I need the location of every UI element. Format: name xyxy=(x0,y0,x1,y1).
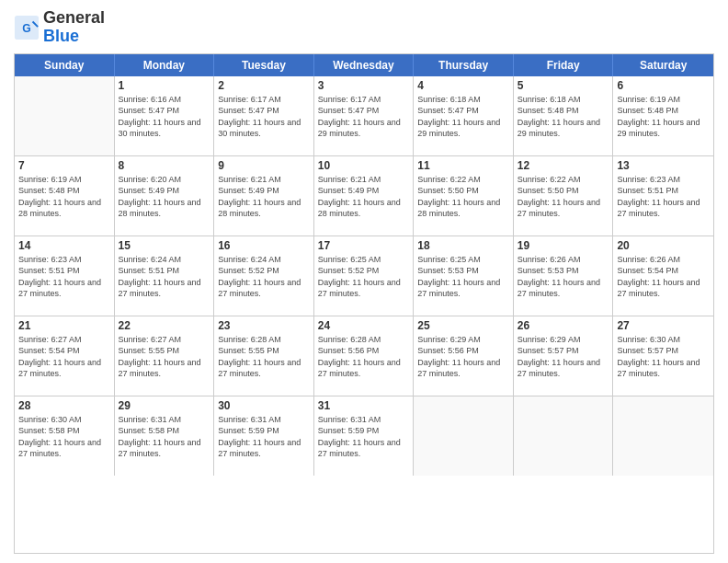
cell-date: 14 xyxy=(18,239,110,252)
calendar-cell: 26Sunrise: 6:29 AMSunset: 5:57 PMDayligh… xyxy=(514,316,614,396)
sunset-label: Sunset: 5:49 PM xyxy=(119,186,180,195)
sunrise-label: Sunrise: 6:23 AM xyxy=(617,175,680,184)
cell-date: 31 xyxy=(318,399,410,412)
calendar-cell: 30Sunrise: 6:31 AMSunset: 5:59 PMDayligh… xyxy=(214,396,314,476)
calendar-cell xyxy=(414,396,514,476)
calendar-cell: 28Sunrise: 6:30 AMSunset: 5:58 PMDayligh… xyxy=(15,396,115,476)
calendar-cell xyxy=(613,396,713,476)
sunset-label: Sunset: 5:51 PM xyxy=(18,266,80,275)
sunset-label: Sunset: 5:54 PM xyxy=(18,346,80,355)
cell-info: Sunrise: 6:18 AMSunset: 5:48 PMDaylight:… xyxy=(518,94,609,140)
cell-info: Sunrise: 6:29 AMSunset: 5:57 PMDaylight:… xyxy=(518,334,609,380)
sunset-label: Sunset: 5:53 PM xyxy=(417,266,479,275)
calendar-cell: 24Sunrise: 6:28 AMSunset: 5:56 PMDayligh… xyxy=(314,316,415,396)
daylight-label: Daylight: 11 hours and 28 minutes. xyxy=(18,198,101,219)
cell-info: Sunrise: 6:16 AMSunset: 5:47 PMDaylight:… xyxy=(119,94,210,140)
cell-info: Sunrise: 6:27 AMSunset: 5:54 PMDaylight:… xyxy=(18,334,110,380)
calendar-cell: 11Sunrise: 6:22 AMSunset: 5:50 PMDayligh… xyxy=(414,156,514,236)
cell-date: 6 xyxy=(617,79,710,92)
sunrise-label: Sunrise: 6:25 AM xyxy=(318,255,381,264)
daylight-label: Daylight: 11 hours and 27 minutes. xyxy=(417,358,500,379)
cell-date: 22 xyxy=(119,319,210,332)
cell-info: Sunrise: 6:21 AMSunset: 5:49 PMDaylight:… xyxy=(218,174,310,220)
cell-info: Sunrise: 6:26 AMSunset: 5:54 PMDaylight:… xyxy=(617,254,710,300)
cell-info: Sunrise: 6:29 AMSunset: 5:56 PMDaylight:… xyxy=(417,334,509,380)
cell-date: 11 xyxy=(417,159,509,172)
sunrise-label: Sunrise: 6:16 AM xyxy=(119,95,182,104)
sunrise-label: Sunrise: 6:20 AM xyxy=(119,175,182,184)
cell-date: 18 xyxy=(417,239,509,252)
cell-date: 21 xyxy=(18,319,110,332)
sunset-label: Sunset: 5:56 PM xyxy=(417,346,479,355)
sunrise-label: Sunrise: 6:23 AM xyxy=(18,255,82,264)
daylight-label: Daylight: 11 hours and 27 minutes. xyxy=(218,438,301,459)
calendar-body: 1Sunrise: 6:16 AMSunset: 5:47 PMDaylight… xyxy=(15,76,713,476)
calendar-cell: 2Sunrise: 6:17 AMSunset: 5:47 PMDaylight… xyxy=(214,76,314,155)
daylight-label: Daylight: 11 hours and 27 minutes. xyxy=(518,358,600,379)
cell-date: 16 xyxy=(218,239,310,252)
calendar-cell: 1Sunrise: 6:16 AMSunset: 5:47 PMDaylight… xyxy=(115,76,215,155)
cell-date: 19 xyxy=(518,239,609,252)
cell-info: Sunrise: 6:26 AMSunset: 5:53 PMDaylight:… xyxy=(518,254,609,300)
sunset-label: Sunset: 5:57 PM xyxy=(518,346,579,355)
daylight-label: Daylight: 11 hours and 27 minutes. xyxy=(119,278,201,299)
calendar-cell: 18Sunrise: 6:25 AMSunset: 5:53 PMDayligh… xyxy=(414,236,514,316)
page: G General Blue SundayMondayTuesdayWednes… xyxy=(0,0,728,563)
calendar-cell: 6Sunrise: 6:19 AMSunset: 5:48 PMDaylight… xyxy=(613,76,713,155)
daylight-label: Daylight: 11 hours and 27 minutes. xyxy=(318,278,401,299)
sunrise-label: Sunrise: 6:30 AM xyxy=(617,335,680,344)
calendar-cell: 15Sunrise: 6:24 AMSunset: 5:51 PMDayligh… xyxy=(115,236,215,316)
calendar-cell: 27Sunrise: 6:30 AMSunset: 5:57 PMDayligh… xyxy=(613,316,713,396)
daylight-label: Daylight: 11 hours and 30 minutes. xyxy=(218,118,301,139)
cell-info: Sunrise: 6:22 AMSunset: 5:50 PMDaylight:… xyxy=(518,174,609,220)
header: G General Blue xyxy=(14,9,714,46)
cell-date: 23 xyxy=(218,319,310,332)
calendar-row: 1Sunrise: 6:16 AMSunset: 5:47 PMDaylight… xyxy=(15,76,713,156)
sunrise-label: Sunrise: 6:24 AM xyxy=(218,255,281,264)
sunset-label: Sunset: 5:48 PM xyxy=(617,106,678,115)
calendar-cell: 13Sunrise: 6:23 AMSunset: 5:51 PMDayligh… xyxy=(613,156,713,236)
cell-date: 25 xyxy=(417,319,509,332)
cell-date: 5 xyxy=(518,79,609,92)
calendar-cell: 12Sunrise: 6:22 AMSunset: 5:50 PMDayligh… xyxy=(514,156,614,236)
daylight-label: Daylight: 11 hours and 27 minutes. xyxy=(617,358,700,379)
calendar-row: 7Sunrise: 6:19 AMSunset: 5:48 PMDaylight… xyxy=(15,156,713,236)
day-header-saturday: Saturday xyxy=(613,54,713,76)
sunrise-label: Sunrise: 6:26 AM xyxy=(518,255,581,264)
daylight-label: Daylight: 11 hours and 28 minutes. xyxy=(119,198,201,219)
calendar-row: 28Sunrise: 6:30 AMSunset: 5:58 PMDayligh… xyxy=(15,396,713,476)
sunrise-label: Sunrise: 6:31 AM xyxy=(318,415,381,424)
cell-info: Sunrise: 6:30 AMSunset: 5:57 PMDaylight:… xyxy=(617,334,710,380)
cell-info: Sunrise: 6:30 AMSunset: 5:58 PMDaylight:… xyxy=(18,414,110,460)
cell-date: 20 xyxy=(617,239,710,252)
cell-info: Sunrise: 6:27 AMSunset: 5:55 PMDaylight:… xyxy=(119,334,210,380)
cell-date: 13 xyxy=(617,159,710,172)
daylight-label: Daylight: 11 hours and 27 minutes. xyxy=(417,278,500,299)
cell-date: 15 xyxy=(119,239,210,252)
calendar-cell: 20Sunrise: 6:26 AMSunset: 5:54 PMDayligh… xyxy=(613,236,713,316)
cell-date: 26 xyxy=(518,319,609,332)
daylight-label: Daylight: 11 hours and 27 minutes. xyxy=(18,358,101,379)
cell-date: 28 xyxy=(18,399,110,412)
sunset-label: Sunset: 5:48 PM xyxy=(18,186,80,195)
daylight-label: Daylight: 11 hours and 27 minutes. xyxy=(218,278,301,299)
cell-info: Sunrise: 6:17 AMSunset: 5:47 PMDaylight:… xyxy=(318,94,410,140)
sunrise-label: Sunrise: 6:21 AM xyxy=(318,175,381,184)
sunset-label: Sunset: 5:49 PM xyxy=(318,186,380,195)
daylight-label: Daylight: 11 hours and 29 minutes. xyxy=(417,118,500,139)
calendar-cell: 9Sunrise: 6:21 AMSunset: 5:49 PMDaylight… xyxy=(214,156,314,236)
cell-date: 1 xyxy=(119,79,210,92)
sunset-label: Sunset: 5:57 PM xyxy=(617,346,678,355)
sunset-label: Sunset: 5:58 PM xyxy=(18,426,80,435)
sunset-label: Sunset: 5:56 PM xyxy=(318,346,380,355)
daylight-label: Daylight: 11 hours and 27 minutes. xyxy=(18,278,101,299)
cell-info: Sunrise: 6:25 AMSunset: 5:53 PMDaylight:… xyxy=(417,254,509,300)
daylight-label: Daylight: 11 hours and 29 minutes. xyxy=(617,118,700,139)
cell-info: Sunrise: 6:19 AMSunset: 5:48 PMDaylight:… xyxy=(617,94,710,140)
day-header-wednesday: Wednesday xyxy=(314,54,415,76)
calendar-cell: 4Sunrise: 6:18 AMSunset: 5:47 PMDaylight… xyxy=(414,76,514,155)
day-header-monday: Monday xyxy=(115,54,215,76)
sunset-label: Sunset: 5:54 PM xyxy=(617,266,678,275)
sunset-label: Sunset: 5:53 PM xyxy=(518,266,579,275)
daylight-label: Daylight: 11 hours and 29 minutes. xyxy=(518,118,600,139)
